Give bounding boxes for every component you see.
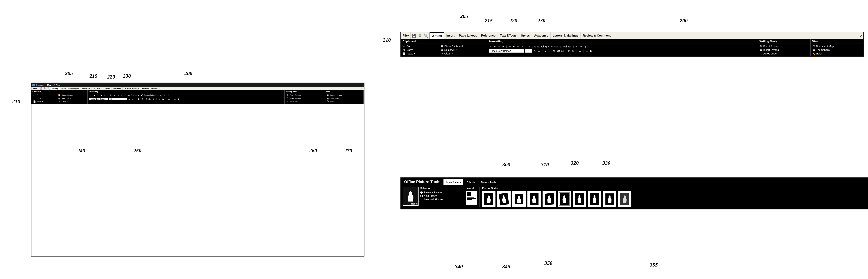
tab-writing[interactable]: Writing [430, 32, 444, 39]
bold-icon[interactable]: B [137, 98, 140, 100]
print-preview-icon[interactable]: 🔍 [47, 87, 50, 90]
align-justify-icon[interactable]: ≣ [100, 94, 103, 97]
select-all-button[interactable]: ▦Select All▾ [58, 97, 86, 100]
highlight-icon[interactable]: ab [561, 50, 564, 53]
grow-font-icon[interactable]: A [533, 50, 536, 53]
align-right-icon[interactable]: ≡ [497, 45, 501, 48]
previous-picture-button[interactable]: ◄Previous Picture [420, 191, 461, 194]
reveal-formatting-icon[interactable]: ⚙ [580, 45, 583, 48]
reset-preview[interactable]: Reset [403, 187, 418, 206]
numbering-icon[interactable]: 1≡ [513, 45, 516, 48]
shrink-font-icon[interactable]: A [131, 98, 134, 100]
subscript-icon[interactable]: x₂ [572, 50, 575, 53]
show-clipboard-button[interactable]: 📋Show Clipboard [58, 94, 86, 97]
tab-letters[interactable]: Letters & Mailings [123, 87, 140, 90]
shrink-font-icon[interactable]: A [537, 50, 540, 53]
font-name-combo[interactable]: Times New Roman [489, 49, 524, 53]
picture-style-item[interactable] [542, 191, 556, 207]
line-spacing-button[interactable]: ≡Line Spacing▾ [528, 45, 549, 48]
tabbar-chevron-icon[interactable]: ⤢ [859, 32, 863, 39]
format-painter-button[interactable]: 🖌Format Painter [550, 45, 572, 48]
line-spacing-button[interactable]: ≡Line Spacing▾ [123, 94, 139, 97]
align-center-icon[interactable]: ≣ [93, 94, 95, 97]
layout-preset[interactable] [466, 191, 477, 206]
outdent-icon[interactable]: ⇤ [114, 94, 116, 97]
picture-style-item[interactable] [573, 191, 586, 207]
thumbnails-button[interactable]: ▦Thumbnails [812, 48, 862, 52]
tab-insert[interactable]: Insert [444, 32, 457, 39]
document-map-button[interactable]: 🗺Document Map [812, 44, 862, 48]
picture-style-item[interactable] [527, 191, 541, 207]
tab-text-effects[interactable]: Text Effects [498, 32, 519, 39]
indent-icon[interactable]: ⇥ [117, 94, 120, 97]
picture-style-item[interactable] [603, 191, 616, 207]
tab-picture-tools[interactable]: Picture Tools [478, 179, 499, 185]
tab-style-gallery[interactable]: Style Gallery [443, 179, 464, 185]
grow-font-icon[interactable]: A [128, 98, 130, 100]
tab-insert[interactable]: Insert [60, 87, 67, 90]
print-icon[interactable]: 🖶 [417, 33, 423, 38]
save-icon[interactable]: 💾 [39, 87, 42, 90]
cut-button[interactable]: ✂Cut [33, 94, 55, 97]
copy-button[interactable]: ⧉Copy [33, 97, 55, 100]
picture-style-item[interactable] [618, 191, 631, 207]
italic-icon[interactable]: I [141, 98, 144, 100]
bullets-icon[interactable]: •≡ [508, 45, 512, 48]
tab-review[interactable]: Review & Comment [581, 32, 613, 39]
strike-icon[interactable]: abc [557, 50, 560, 53]
style-icon[interactable]: ✶ [575, 45, 578, 48]
tab-academic[interactable]: Academic [532, 32, 551, 39]
cut-button[interactable]: ✂Cut [403, 44, 438, 48]
autocorrect-button[interactable]: ✓AutoCorrect [286, 100, 323, 103]
tab-styles[interactable]: Styles [519, 32, 532, 39]
font-size-combo[interactable]: 12 [525, 49, 532, 53]
copy-button[interactable]: ⧉Copy [403, 48, 438, 52]
show-marks-icon[interactable]: ¶ [167, 94, 169, 97]
insert-symbol-button[interactable]: ΩInsert Symbol [286, 97, 323, 100]
document-area[interactable] [31, 104, 364, 248]
italic-icon[interactable]: I [548, 50, 551, 53]
align-center-icon[interactable]: ≣ [493, 45, 496, 48]
numbering-icon[interactable]: 1≡ [110, 94, 113, 97]
clear-button[interactable]: ✎Clear▾ [58, 100, 86, 103]
print-preview-icon[interactable]: 🔍 [424, 33, 428, 38]
font-name-combo[interactable]: Times New Roman [89, 98, 108, 100]
picture-style-more[interactable] [633, 191, 639, 207]
file-menu[interactable]: File [31, 87, 38, 90]
bold-icon[interactable]: B [544, 50, 547, 53]
reveal-formatting-icon[interactable]: ⚙ [163, 94, 166, 97]
document-map-button[interactable]: 🗺Document Map [327, 94, 362, 97]
tab-reference[interactable]: Reference [80, 87, 91, 90]
tab-writing[interactable]: Writing [51, 87, 60, 90]
superscript-icon[interactable]: x² [158, 98, 161, 100]
align-left-icon[interactable]: ≡ [489, 45, 492, 48]
tab-page-layout[interactable]: Page Layout [67, 87, 80, 90]
select-all-pictures-button[interactable]: Select All Pictures [420, 198, 461, 201]
tab-letters[interactable]: Letters & Mailings [551, 32, 581, 39]
align-right-icon[interactable]: ≡ [96, 94, 99, 97]
print-icon[interactable]: 🖶 [43, 87, 46, 90]
align-justify-icon[interactable]: ≣ [502, 45, 505, 48]
picture-style-item[interactable] [588, 191, 601, 207]
file-menu[interactable]: File [401, 32, 410, 39]
clear-button[interactable]: ✎Clear▾ [440, 52, 486, 55]
tabbar-chevron-icon[interactable]: ⤢ [360, 87, 364, 90]
tab-page-layout[interactable]: Page Layout [457, 32, 479, 39]
tab-reference[interactable]: Reference [479, 32, 498, 39]
format-painter-button[interactable]: 🖌Format Painter [140, 94, 156, 97]
tab-effects[interactable]: Effects [464, 179, 477, 185]
font-color-icon[interactable]: A̲ [578, 50, 582, 53]
picture-style-item[interactable] [482, 191, 495, 207]
next-picture-button[interactable]: ►Next Picture [420, 194, 461, 197]
shading-icon[interactable]: ◐ [589, 50, 592, 53]
select-all-button[interactable]: ▦Select All▾ [440, 48, 486, 52]
picture-style-item[interactable] [497, 191, 510, 207]
paste-button[interactable]: 📄Paste▾ [403, 52, 438, 55]
tab-review[interactable]: Review & Comment [140, 87, 159, 90]
border-icon[interactable]: ▭ [174, 98, 176, 100]
save-icon[interactable]: 💾 [411, 33, 416, 38]
picture-style-item[interactable] [558, 191, 571, 207]
indent-icon[interactable]: ⇥ [521, 45, 524, 48]
underline-icon[interactable]: U [552, 50, 556, 53]
paste-button[interactable]: 📄Paste▾ [33, 100, 55, 103]
